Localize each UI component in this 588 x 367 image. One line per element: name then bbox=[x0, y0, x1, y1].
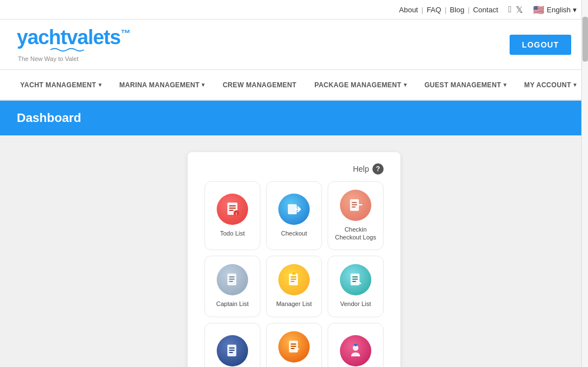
svg-rect-23 bbox=[352, 279, 358, 280]
logo-text: yachtvalets™ bbox=[17, 27, 130, 48]
svg-text:!: ! bbox=[236, 211, 237, 217]
svg-rect-15 bbox=[229, 281, 233, 282]
header: yachtvalets™ The New Way to Valet LOGOUT bbox=[0, 20, 588, 70]
card-captain-list[interactable]: Captain List bbox=[204, 256, 260, 317]
divider1: | bbox=[421, 6, 423, 14]
svg-rect-1 bbox=[229, 205, 236, 206]
about-link[interactable]: About bbox=[399, 6, 418, 14]
svg-rect-22 bbox=[352, 276, 358, 277]
divider2: | bbox=[445, 6, 446, 14]
caret-icon: ▾ bbox=[503, 82, 506, 88]
crew-staff-list-icon bbox=[340, 335, 371, 366]
card-vendor-list[interactable]: Vendor List bbox=[328, 256, 384, 317]
card-todo-list[interactable]: ! Todo List bbox=[204, 181, 260, 250]
card-vessel-listing[interactable]: Vessel Listing bbox=[204, 323, 260, 367]
vessel-service-request-list-icon bbox=[278, 331, 310, 363]
divider3: | bbox=[468, 6, 469, 14]
logo-wave-icon bbox=[50, 46, 84, 53]
language-label: English bbox=[547, 6, 571, 14]
nav-item-package-management[interactable]: PACKAGE MANAGEMENT ▾ bbox=[305, 69, 416, 100]
svg-rect-19 bbox=[291, 281, 295, 282]
language-selector[interactable]: 🇺🇸 English ▾ bbox=[533, 4, 577, 15]
help-label: Help bbox=[353, 164, 369, 173]
svg-rect-9 bbox=[352, 204, 357, 205]
svg-rect-27 bbox=[229, 350, 235, 351]
logo: yachtvalets™ The New Way to Valet bbox=[17, 27, 130, 62]
card-checkout[interactable]: Checkout bbox=[266, 181, 322, 250]
caret-icon: ▾ bbox=[202, 82, 204, 88]
svg-rect-18 bbox=[291, 279, 296, 280]
caret-icon: ▾ bbox=[573, 82, 576, 88]
svg-rect-30 bbox=[291, 344, 296, 345]
faq-link[interactable]: FAQ bbox=[427, 6, 441, 14]
caret-icon: ▾ bbox=[99, 82, 101, 88]
checkout-icon bbox=[278, 194, 310, 225]
svg-rect-13 bbox=[229, 276, 235, 277]
captain-list-label: Captain List bbox=[216, 300, 249, 308]
card-manager-list[interactable]: Manager List bbox=[266, 256, 322, 317]
caret-icon: ▾ bbox=[404, 82, 407, 88]
main-nav: YACHT MANAGEMENT ▾ MARINA MANAGEMENT ▾ C… bbox=[0, 70, 588, 101]
logo-accent: lets bbox=[88, 26, 120, 49]
svg-rect-28 bbox=[229, 352, 233, 353]
scrollbar-thumb[interactable] bbox=[582, 17, 588, 62]
svg-rect-17 bbox=[291, 276, 296, 277]
manager-list-icon bbox=[278, 264, 310, 295]
checkin-checkout-logs-label: Checkin Checkout Logs bbox=[333, 225, 379, 242]
checkin-checkout-logs-icon bbox=[340, 190, 371, 221]
svg-point-35 bbox=[354, 344, 357, 346]
captain-list-icon bbox=[217, 264, 248, 295]
svg-rect-14 bbox=[229, 279, 235, 280]
dashboard-header: Dashboard bbox=[0, 101, 588, 135]
logo-tm: ™ bbox=[120, 28, 130, 39]
contact-link[interactable]: Contact bbox=[473, 6, 498, 14]
card-crew-staff-list[interactable]: Crew Staff List bbox=[328, 323, 384, 367]
svg-rect-31 bbox=[291, 346, 296, 347]
svg-rect-32 bbox=[291, 348, 295, 349]
nav-item-yacht-management[interactable]: YACHT MANAGEMENT ▾ bbox=[11, 69, 110, 100]
logo-tagline: The New Way to Valet bbox=[18, 55, 130, 62]
help-button[interactable]: ? bbox=[372, 163, 384, 175]
card-vessel-service-request-list[interactable]: Vessel Service Request List bbox=[266, 323, 322, 367]
manager-list-label: Manager List bbox=[276, 300, 312, 308]
nav-item-guest-management[interactable]: GUEST MANAGEMENT ▾ bbox=[416, 69, 515, 100]
svg-rect-10 bbox=[352, 206, 356, 208]
dashboard-title: Dashboard bbox=[17, 111, 81, 125]
svg-rect-26 bbox=[229, 347, 235, 349]
main-content: Help ? ! Todo List bbox=[0, 135, 588, 367]
top-bar-links: About | FAQ | Blog | Contact bbox=[399, 6, 498, 14]
svg-rect-24 bbox=[352, 281, 356, 282]
svg-rect-2 bbox=[229, 208, 236, 209]
vessel-listing-icon bbox=[217, 335, 248, 366]
lang-caret-icon: ▾ bbox=[573, 6, 577, 14]
vendor-list-label: Vendor List bbox=[340, 300, 371, 308]
svg-rect-20 bbox=[292, 272, 296, 275]
svg-rect-3 bbox=[229, 210, 234, 211]
nav-item-my-account[interactable]: MY ACCOUNT ▾ bbox=[515, 69, 585, 100]
card-container: Help ? ! Todo List bbox=[188, 152, 400, 367]
flag-icon: 🇺🇸 bbox=[533, 4, 544, 15]
card-checkin-checkout-logs[interactable]: Checkin Checkout Logs bbox=[328, 181, 384, 250]
blog-link[interactable]: Blog bbox=[450, 6, 464, 14]
scrollbar[interactable] bbox=[581, 0, 588, 367]
top-bar: About | FAQ | Blog | Contact  𝕏 🇺🇸 Engl… bbox=[0, 0, 588, 20]
facebook-icon[interactable]:  bbox=[508, 4, 512, 15]
todo-list-label: Todo List bbox=[220, 229, 245, 237]
twitter-icon[interactable]: 𝕏 bbox=[516, 4, 523, 15]
social-links:  𝕏 bbox=[508, 4, 524, 15]
todo-list-icon: ! bbox=[217, 194, 248, 225]
nav-item-crew-management[interactable]: CREW MANAGEMENT bbox=[214, 69, 306, 100]
nav-item-marina-management[interactable]: MARINA MANAGEMENT ▾ bbox=[110, 69, 214, 100]
checkout-label: Checkout bbox=[281, 229, 307, 237]
logo-main: yachtva bbox=[17, 26, 88, 49]
logout-button[interactable]: LOGOUT bbox=[510, 35, 571, 55]
vendor-list-icon bbox=[340, 264, 371, 295]
help-row: Help ? bbox=[204, 163, 384, 175]
dashboard-grid: ! Todo List Checkout bbox=[204, 181, 384, 367]
